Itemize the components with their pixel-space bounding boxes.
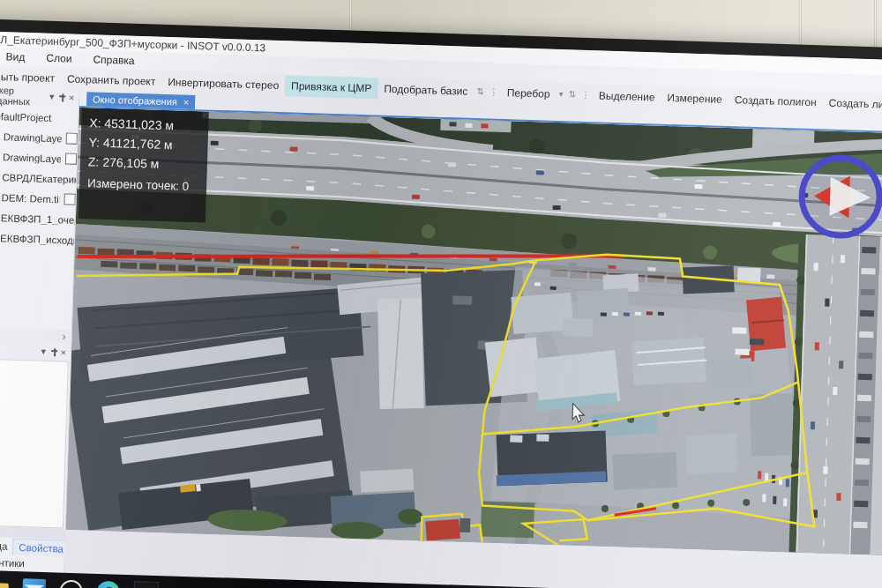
coord-x: X: 45311,023 м — [89, 115, 174, 132]
menu-dots-icon[interactable]: ⋮ — [486, 81, 501, 102]
sort-arrows-icon[interactable]: ⇅ — [474, 80, 487, 101]
pinned-app-icon[interactable] — [133, 581, 159, 588]
file-explorer-icon[interactable] — [0, 582, 9, 588]
menu-layers[interactable]: Слои — [35, 48, 83, 68]
tab-display-window[interactable]: Окно отображения × — [86, 92, 196, 109]
chevron-right-icon[interactable]: › — [63, 330, 66, 342]
close-icon[interactable]: × — [59, 346, 69, 357]
properties-panel-header: ва ▼ × — [0, 341, 71, 361]
tree-item-drawinglayer-2[interactable]: DrawingLayer — [0, 146, 77, 169]
fit-basis-button[interactable]: Подобрать базис — [377, 78, 475, 101]
tree-item-drawinglayer-1[interactable]: DrawingLayer — [0, 126, 78, 149]
create-polygon-button[interactable]: Создать полигон — [728, 89, 823, 113]
semantics-label: емантики — [0, 555, 64, 573]
tree-item-ekvfzp-2[interactable]: ЕКВФЗП_исходные — [0, 227, 75, 250]
combo-arrow-icon[interactable]: ▾ — [556, 83, 566, 104]
tab-properties[interactable]: Свойства — [12, 538, 70, 556]
dell-icon[interactable]: DELL — [59, 580, 83, 588]
dropdown-icon[interactable]: ▼ — [46, 93, 57, 101]
tree-item-ekvfzp-1[interactable]: ЕКВФЗП_1_очередь — [0, 207, 75, 230]
screen: ДЛ_Екатеринбург_500_ФЗП+мусорки - INSOT … — [0, 32, 882, 588]
vertical-road — [788, 234, 882, 557]
menu-help[interactable]: Справка — [82, 50, 146, 70]
save-project-button[interactable]: Сохранить проект — [61, 68, 162, 93]
stereo-compass-widget[interactable] — [801, 157, 881, 237]
dropdown-icon[interactable]: ▼ — [38, 347, 49, 356]
coord-y: Y: 41121,762 м — [88, 135, 172, 152]
tab-output[interactable]: вода — [0, 540, 13, 552]
project-tree: efaultProject DrawingLayer DrawingLayer … — [0, 103, 78, 250]
map-viewport[interactable]: X: 45311,023 м Y: 41121,762 м Z: 276,105… — [66, 108, 882, 557]
close-icon[interactable]: × — [67, 92, 77, 102]
sort-arrows-icon[interactable]: ⇅ — [565, 84, 579, 105]
pin-icon[interactable] — [59, 93, 65, 101]
layer-checkbox[interactable] — [66, 132, 78, 144]
tree-item-dem[interactable]: DEM: Dem.tif — [0, 187, 76, 210]
invert-stereo-button[interactable]: Инвертировать стерео — [161, 71, 286, 95]
select-button[interactable]: Выделение — [593, 85, 662, 108]
layer-checkbox[interactable] — [64, 193, 75, 205]
viewer-column: Окно отображения × — [64, 90, 882, 588]
close-icon[interactable]: × — [183, 95, 190, 109]
monitor: ДЛ_Екатеринбург_500_ФЗП+мусорки - INSOT … — [0, 19, 882, 588]
properties-content — [0, 359, 69, 529]
mail-icon[interactable] — [22, 578, 46, 588]
pin-icon[interactable] — [51, 348, 57, 356]
menu-dots-icon[interactable]: ⋮ — [579, 84, 594, 105]
bottom-dock-tabs: вода Свойства — [0, 537, 64, 557]
industrial-buildings-right — [480, 258, 816, 519]
snap-to-dem-button[interactable]: Привязка к ЦМР — [285, 75, 378, 99]
measure-button[interactable]: Измерение — [661, 86, 729, 109]
tree-item-svrdl[interactable]: СВРДЛЕкатеринбур — [0, 167, 77, 190]
satellite-imagery[interactable]: X: 45311,023 м Y: 41121,762 м Z: 276,105… — [66, 108, 882, 557]
coordinate-overlay: X: 45311,023 м Y: 41121,762 м Z: 276,105… — [78, 108, 209, 222]
menu-view[interactable]: Вид — [0, 48, 36, 66]
layer-checkbox[interactable] — [65, 153, 77, 164]
main-area: жер данных ▼ × efaultProject DrawingLaye… — [0, 87, 882, 588]
iterate-dropdown[interactable]: Перебор — [500, 81, 556, 104]
coord-z: Z: 276,105 м — [88, 154, 160, 171]
tree-item-project[interactable]: efaultProject — [0, 106, 78, 129]
edge-browser-icon[interactable] — [96, 581, 120, 588]
create-line-button[interactable]: Создать линию — [822, 92, 882, 115]
